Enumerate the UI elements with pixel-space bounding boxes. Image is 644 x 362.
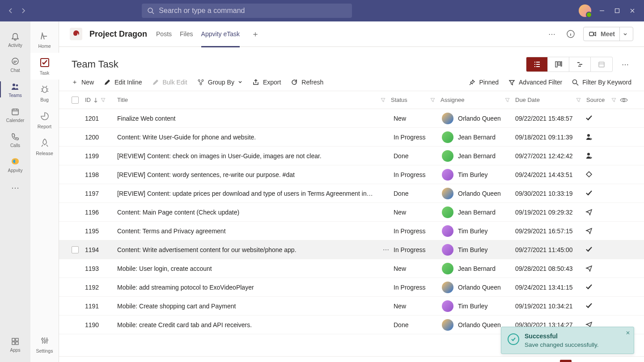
filter-icon[interactable] [430,97,435,102]
view-list[interactable] [526,57,548,72]
svg-point-13 [44,341,46,343]
rail-calendar[interactable]: Calender [0,102,30,127]
filter-icon[interactable] [505,97,510,102]
sort-desc-icon[interactable] [93,97,98,103]
user-avatar[interactable] [579,4,591,17]
pager-page[interactable]: 2 [572,360,583,362]
pager-page[interactable]: 3 [583,360,595,362]
refresh-button[interactable]: Refresh [291,79,323,86]
row-checkbox[interactable] [72,246,79,253]
rail-activity[interactable]: Activity [0,27,30,52]
app-rail: Activity Chat Teams Calender Calls Appvi… [0,21,30,362]
filter-icon[interactable] [101,97,106,102]
view-timeline[interactable] [569,57,591,72]
source-icon [585,133,593,141]
search-input[interactable]: Search or type a command [142,4,352,18]
col-title-label[interactable]: Title [117,97,128,103]
filter-icon[interactable] [576,97,581,102]
video-icon [589,30,596,38]
module-home[interactable]: Home [30,26,59,53]
view-calendar[interactable] [591,57,612,72]
avatar [442,169,453,181]
table-row[interactable]: 1194Content: Write advertisement content… [59,240,644,259]
table-row[interactable]: 1196Content: Main Page content (Check up… [59,203,644,222]
close-button[interactable] [628,6,637,15]
meet-button[interactable]: Meet [583,27,633,41]
cell-title: Content: Main Page content (Check update… [117,209,383,216]
avatar [442,244,453,256]
advanced-filter-button[interactable]: Advanced Filter [508,79,562,86]
page-more-button[interactable]: ⋯ [619,58,631,71]
new-button[interactable]: ＋New [72,78,94,86]
module-task[interactable]: Task [30,53,59,80]
table-row[interactable]: 1193Mobile: User login, create account⋯N… [59,259,644,278]
pager-prev[interactable] [547,360,559,362]
module-release[interactable]: Release [30,133,59,160]
task-icon [39,57,51,68]
refresh-icon [291,79,298,86]
table-row[interactable]: 1200Content: Write User-Guide for phone … [59,128,644,147]
col-source-label[interactable]: Source [586,97,605,103]
maximize-button[interactable] [613,6,622,15]
group-by-button[interactable]: Group By [197,79,242,86]
tab-appvity-etask[interactable]: Appvity eTask [201,21,240,47]
avatar [442,225,453,237]
filter-keyword-button[interactable]: Filter By Keyword [572,79,631,86]
rail-more[interactable]: ⋯ [11,179,19,197]
pager-page[interactable]: 1 [560,360,572,362]
pager-first[interactable] [535,360,547,362]
pager-last[interactable] [620,360,631,362]
pinned-button[interactable]: Pinned [469,79,499,86]
page-title: Team Task [72,59,119,70]
table-row[interactable]: 1195Content: Terms and Privacy agreement… [59,222,644,240]
channel-more-button[interactable]: ⋯ [546,28,558,40]
avatar [442,206,453,218]
filter-icon[interactable] [381,97,386,102]
module-bug[interactable]: Bug [30,80,59,106]
module-settings[interactable]: Settings [30,331,59,358]
sliders-icon [39,335,51,346]
minimize-button[interactable] [597,6,606,15]
cell-assignee: Orlando Queen [442,113,515,124]
edit-inline-button[interactable]: Edit Inline [104,79,142,86]
cell-title: Mobile: add streaming potocol to ExoVide… [117,284,383,291]
info-icon[interactable] [564,28,577,40]
select-all-checkbox[interactable] [72,97,79,104]
col-status-label[interactable]: Status [391,97,407,103]
filter-icon[interactable] [611,97,616,102]
view-board[interactable] [548,57,569,72]
rail-calls[interactable]: Calls [0,127,30,152]
table-row[interactable]: 1192Mobile: add streaming potocol to Exo… [59,278,644,297]
back-button[interactable] [5,5,16,16]
chevron-down-icon[interactable] [619,27,630,41]
forward-button[interactable] [18,5,29,16]
table-row[interactable]: 1191Mobile: Create shopping cart and Pay… [59,297,644,316]
search-icon [147,7,154,14]
table-row[interactable]: 1199[REVIEW] Content: check on images in… [59,147,644,165]
svg-rect-1 [615,9,619,13]
pin-icon [469,79,475,86]
tab-files[interactable]: Files [180,21,193,47]
export-button[interactable]: Export [252,79,281,86]
col-assignee-label[interactable]: Assignee [441,97,464,103]
rail-teams[interactable]: Teams [0,77,30,102]
avatar [442,282,453,293]
toast-close-button[interactable]: ✕ [626,330,630,336]
cell-id: 1197 [85,190,117,197]
pager-next[interactable] [607,360,619,362]
add-tab-button[interactable]: ＋ [251,29,259,39]
chat-icon [10,56,21,67]
col-due-label[interactable]: Due Date [515,97,540,103]
module-report[interactable]: Report [30,106,59,133]
pager-page[interactable]: 4 [595,360,606,362]
eye-icon[interactable] [620,97,628,103]
col-id-label[interactable]: ID [85,97,91,103]
row-more-button[interactable]: ⋯ [383,246,389,253]
rail-chat[interactable]: Chat [0,52,30,77]
rail-appvity[interactable]: Appvity [0,152,30,177]
table-row[interactable]: 1197[REVIEW] Content: update prices per … [59,184,644,203]
table-row[interactable]: 1198[REVIEW] Content: wordy sentences, r… [59,165,644,184]
tab-posts[interactable]: Posts [156,21,172,47]
rail-apps[interactable]: Apps [0,332,30,357]
table-row[interactable]: 1201Finalize Web content⋯NewOrlando Quee… [59,109,644,128]
